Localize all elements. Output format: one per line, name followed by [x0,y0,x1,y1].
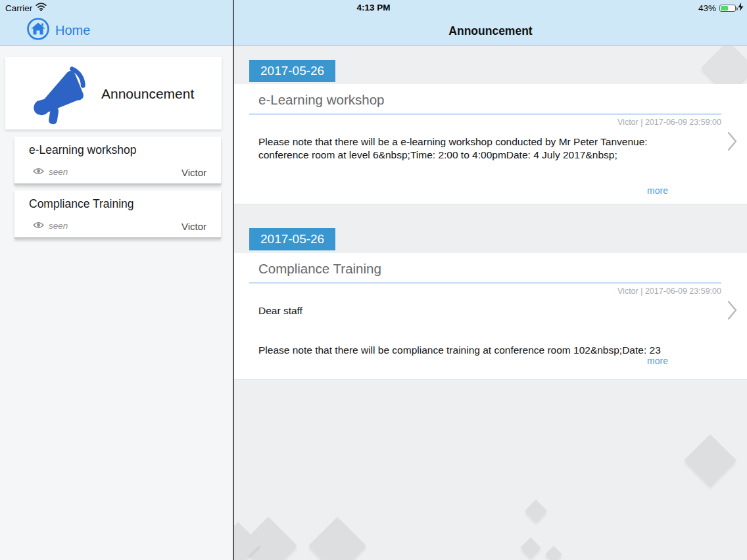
seen-status: seen [33,220,68,231]
charging-bolt-icon [738,3,744,13]
announcement-card[interactable]: Compliance Training Victor | 2017-06-09 … [234,253,747,380]
announcement-title: e-Learning workshop [249,91,721,114]
eye-icon [33,166,44,177]
diamond-decoration [308,517,366,560]
sidebar-item-compliance[interactable]: Compliance Training seen Victor [14,191,221,239]
date-badge: 2017-05-26 [249,228,335,250]
announcement-list-panel: 2017-05-26 e-Learning workshop Victor | … [234,46,747,560]
status-right: 43% [698,3,744,13]
chevron-right-icon[interactable] [727,300,738,323]
announcement-body: Dear staff [258,304,685,317]
home-button[interactable]: Home [26,17,90,44]
seen-label: seen [49,221,68,231]
announcement-body: Please note that there will be complianc… [258,344,685,357]
sidebar-item-author: Victor [181,167,206,178]
seen-status: seen [33,166,68,177]
battery-percent: 43% [698,3,716,13]
split-view-divider[interactable] [233,0,234,560]
announcement-card[interactable]: e-Learning workshop Victor | 2017-06-09 … [234,84,747,204]
more-link[interactable]: more [647,185,668,196]
sidebar-item-title: Compliance Training [29,197,134,211]
page-title: Announcement [234,24,747,38]
eye-icon [33,220,44,231]
sidebar-item-author: Victor [181,221,206,232]
seen-label: seen [49,167,68,177]
diamond-decoration [525,500,547,522]
announcement-meta: Victor | 2017-06-09 23:59:00 [234,118,721,127]
app-screen: Carrier 4:13 PM 43% [0,0,747,560]
sidebar-header-card: Announcement [5,57,222,129]
sidebar-item-elearning[interactable]: e-Learning workshop seen Victor [14,137,221,185]
chevron-right-icon[interactable] [727,131,738,154]
announcement-body: Please note that there will be a e-learn… [258,135,685,162]
diamond-decoration [520,537,541,557]
battery-icon [719,5,736,12]
home-label: Home [55,23,90,38]
diamond-decoration [684,434,736,486]
top-bar: Carrier 4:13 PM 43% [0,0,747,46]
home-icon [26,17,50,44]
sidebar-item-title: e-Learning workshop [29,143,136,157]
megaphone-icon [28,62,92,128]
sidebar-header-title: Announcement [101,86,194,102]
sidebar: Announcement e-Learning workshop seen Vi… [0,46,233,560]
date-badge: 2017-05-26 [249,60,335,82]
announcement-title: Compliance Training [249,260,721,283]
diamond-decoration [545,546,562,560]
announcement-meta: Victor | 2017-06-09 23:59:00 [234,287,721,296]
status-time: 4:13 PM [0,3,747,12]
more-link[interactable]: more [647,356,668,366]
